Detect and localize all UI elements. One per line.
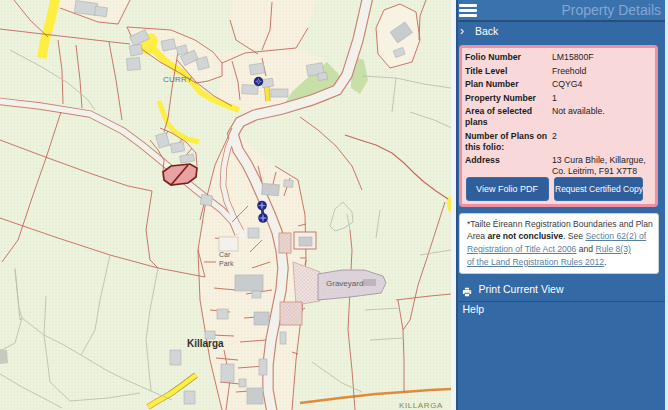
svg-text:Killarga: Killarga xyxy=(187,338,224,349)
svg-text:Car: Car xyxy=(219,251,231,258)
svg-text:Graveyard: Graveyard xyxy=(326,279,363,288)
svg-text:CURRY: CURRY xyxy=(163,75,193,84)
svg-text:KILLARGA: KILLARGA xyxy=(399,401,443,410)
svg-text:Park: Park xyxy=(219,260,234,267)
